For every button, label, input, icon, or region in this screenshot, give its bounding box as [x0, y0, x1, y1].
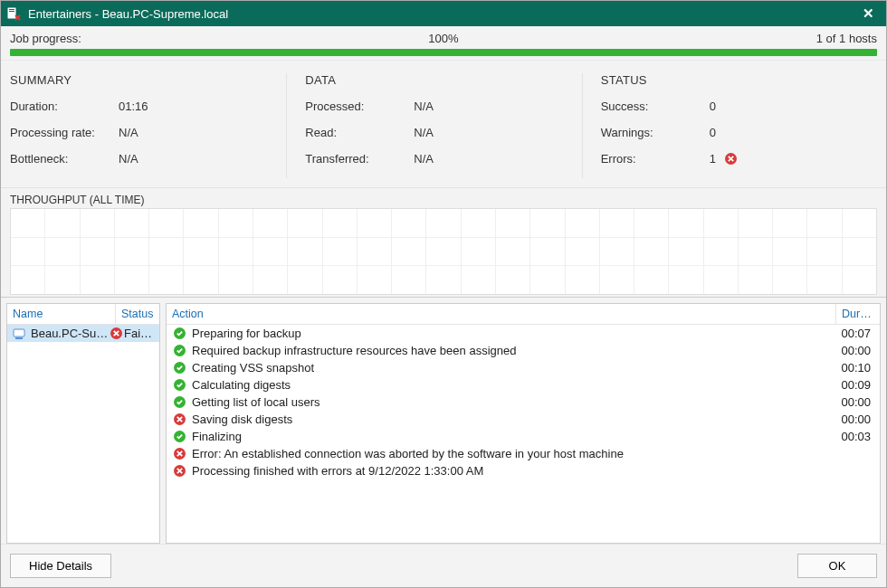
action-text: Processing finished with errors at 9/12/…	[192, 464, 831, 478]
hosts-panel: Name Status Beau.PC-Sup…Fai…	[6, 303, 160, 544]
action-text: Saving disk digests	[192, 413, 831, 426]
action-text: Preparing for backup	[192, 327, 831, 340]
action-duration: 00:07	[831, 327, 874, 340]
throughput-label: THROUGHPUT (ALL TIME)	[10, 194, 877, 206]
actions-col-action[interactable]: Action	[167, 304, 836, 324]
data-column: DATA Processed: N/A Read: N/A Transferre…	[287, 73, 582, 178]
details-split: Name Status Beau.PC-Sup…Fai… Action Dura…	[1, 297, 886, 544]
success-icon	[174, 396, 186, 408]
action-duration: 00:03	[831, 430, 874, 443]
success-label: Success:	[601, 100, 710, 113]
transferred-value: N/A	[414, 152, 434, 166]
action-row[interactable]: Getting list of local users00:00	[167, 394, 880, 411]
hide-details-button[interactable]: Hide Details	[10, 554, 111, 578]
host-row[interactable]: Beau.PC-Sup…Fai…	[7, 325, 159, 342]
action-row[interactable]: Creating VSS snapshot00:10	[167, 359, 880, 376]
success-value: 0	[710, 100, 716, 113]
action-duration: 00:00	[831, 344, 874, 357]
action-text: Finalizing	[192, 430, 831, 443]
action-text: Required backup infrastructure resources…	[192, 344, 831, 357]
action-status-icon	[172, 448, 186, 460]
action-status-icon	[172, 431, 186, 442]
action-status-icon	[172, 345, 186, 356]
actions-col-duration[interactable]: Dura…	[836, 304, 880, 324]
rate-label: Processing rate:	[10, 126, 119, 139]
action-duration: 00:00	[831, 413, 874, 426]
svg-rect-4	[15, 337, 23, 339]
hosts-col-status[interactable]: Status	[116, 304, 159, 324]
summary-heading: SUMMARY	[10, 73, 277, 87]
status-heading: STATUS	[601, 73, 868, 87]
host-status: Fai…	[110, 327, 154, 340]
error-icon	[174, 413, 186, 425]
read-label: Read:	[305, 126, 414, 139]
hosts-col-name[interactable]: Name	[7, 304, 116, 324]
rate-value: N/A	[119, 126, 138, 139]
success-icon	[174, 379, 186, 391]
action-duration: 00:10	[831, 361, 874, 375]
actions-panel: Action Dura… Preparing for backup00:07Re…	[166, 303, 881, 544]
throughput-section: THROUGHPUT (ALL TIME)	[1, 188, 886, 297]
duration-value: 01:16	[119, 100, 148, 113]
host-name: Beau.PC-Sup…	[31, 327, 110, 340]
action-row[interactable]: Preparing for backup00:07	[167, 325, 880, 342]
ok-button[interactable]: OK	[797, 554, 877, 578]
svg-rect-3	[14, 329, 24, 337]
status-error-icon	[110, 327, 122, 339]
error-icon	[174, 448, 186, 460]
action-status-icon	[172, 396, 186, 408]
action-row[interactable]: Processing finished with errors at 9/12/…	[167, 462, 880, 479]
status-column: STATUS Success: 0 Warnings: 0 Errors: 1	[583, 73, 877, 178]
action-status-icon	[172, 379, 186, 391]
success-icon	[174, 362, 186, 374]
errors-label: Errors:	[601, 152, 710, 166]
success-icon	[174, 431, 186, 442]
host-icon	[13, 327, 27, 340]
progress-bar	[10, 49, 877, 56]
stats-panel: SUMMARY Duration: 01:16 Processing rate:…	[1, 61, 886, 188]
action-row[interactable]: Saving disk digests00:00	[167, 411, 880, 428]
close-icon[interactable]: ✕	[855, 1, 881, 26]
action-status-icon	[172, 413, 186, 425]
action-text: Getting list of local users	[192, 395, 831, 409]
throughput-chart	[10, 208, 877, 295]
data-heading: DATA	[305, 73, 572, 87]
action-text: Creating VSS snapshot	[192, 361, 831, 375]
action-status-icon	[172, 327, 186, 339]
warnings-value: 0	[710, 126, 716, 139]
summary-column: SUMMARY Duration: 01:16 Processing rate:…	[10, 73, 287, 178]
hosts-list: Beau.PC-Sup…Fai…	[7, 325, 159, 543]
processed-label: Processed:	[305, 100, 414, 113]
action-text: Calculating digests	[192, 378, 831, 392]
job-dialog: Entertainers - Beau.PC-Supreme.local ✕ J…	[0, 0, 887, 588]
titlebar: Entertainers - Beau.PC-Supreme.local ✕	[1, 1, 886, 26]
action-text: Error: An established connection was abo…	[192, 447, 831, 460]
success-icon	[174, 345, 186, 356]
errors-icon	[725, 152, 737, 166]
action-status-icon	[172, 362, 186, 374]
action-row[interactable]: Error: An established connection was abo…	[167, 445, 880, 462]
actions-list: Preparing for backup00:07Required backup…	[167, 325, 880, 543]
action-row[interactable]: Calculating digests00:09	[167, 376, 880, 394]
processed-value: N/A	[414, 100, 434, 113]
duration-label: Duration:	[10, 100, 119, 113]
errors-value: 1	[710, 152, 716, 166]
progress-section: Job progress: 100% 1 of 1 hosts	[1, 26, 886, 61]
progress-label: Job progress:	[10, 32, 299, 45]
action-status-icon	[172, 465, 186, 477]
window-title: Entertainers - Beau.PC-Supreme.local	[28, 7, 855, 21]
action-duration: 00:00	[831, 395, 874, 409]
error-icon	[174, 465, 186, 477]
action-row[interactable]: Required backup infrastructure resources…	[167, 342, 880, 359]
progress-hosts: 1 of 1 hosts	[588, 32, 877, 45]
progress-percent: 100%	[299, 32, 587, 45]
app-icon	[6, 6, 21, 21]
read-value: N/A	[414, 126, 434, 139]
svg-rect-2	[9, 11, 14, 12]
warnings-label: Warnings:	[601, 126, 710, 139]
footer: Hide Details OK	[1, 544, 886, 587]
svg-rect-0	[7, 7, 16, 19]
action-row[interactable]: Finalizing00:03	[167, 428, 880, 445]
success-icon	[174, 327, 186, 339]
action-duration: 00:09	[831, 378, 874, 392]
